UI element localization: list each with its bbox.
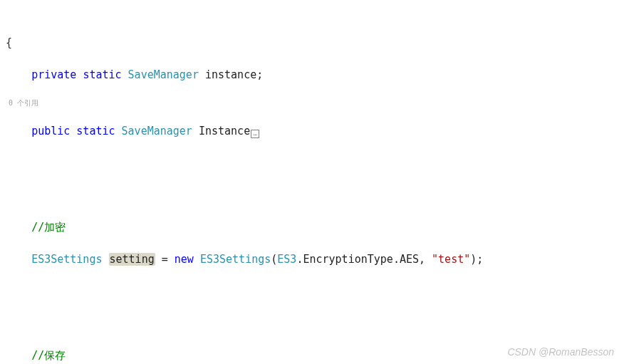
watermark-text: CSDN @RomanBesson bbox=[507, 345, 614, 360]
blank-line bbox=[6, 187, 618, 204]
kw-static: static bbox=[76, 125, 115, 137]
member-aes: AES bbox=[400, 253, 419, 266]
kw-public: public bbox=[31, 125, 70, 137]
blank-line bbox=[6, 316, 618, 332]
ident-instance: instance bbox=[205, 68, 256, 81]
code-line: //加密 bbox=[6, 219, 618, 236]
ident-setting: setting bbox=[109, 253, 155, 266]
code-line: public static SaveManager Instance… bbox=[6, 123, 618, 140]
type-es3: ES3 bbox=[277, 253, 296, 266]
kw-new: new bbox=[175, 253, 194, 266]
collapse-toggle[interactable]: … bbox=[251, 130, 259, 138]
codelens-references[interactable]: 0 个引用 bbox=[9, 99, 618, 107]
member-encryption: EncryptionType bbox=[303, 253, 392, 266]
string-test: "test" bbox=[432, 253, 470, 266]
kw-static: static bbox=[83, 68, 121, 81]
type-savemanager: SaveManager bbox=[122, 125, 192, 137]
comment-save: //保存 bbox=[31, 349, 66, 362]
type-es3settings: ES3Settings bbox=[31, 253, 102, 266]
blank-line bbox=[6, 155, 618, 172]
ident-instance-p: Instance bbox=[199, 125, 250, 137]
code-line: ES3Settings setting = new ES3Settings(ES… bbox=[6, 251, 618, 268]
kw-private: private bbox=[31, 68, 76, 81]
code-line: private static SaveManager instance; bbox=[6, 67, 618, 83]
comment-encrypt: //加密 bbox=[31, 221, 66, 234]
type-es3settings: ES3Settings bbox=[200, 253, 271, 266]
open-brace: { bbox=[6, 36, 12, 49]
blank-line bbox=[6, 284, 618, 300]
type-savemanager: SaveManager bbox=[128, 68, 199, 81]
code-line: { bbox=[6, 35, 618, 51]
code-editor[interactable]: { private static SaveManager instance; 0… bbox=[6, 3, 618, 364]
